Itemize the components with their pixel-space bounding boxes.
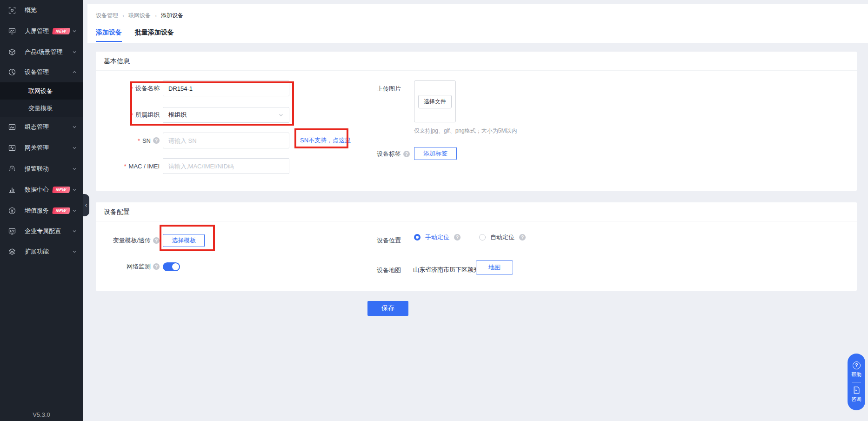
map-button[interactable]: 地图 bbox=[476, 261, 513, 274]
device-tag-label: 设备标签 ? bbox=[377, 150, 410, 158]
sn-input[interactable] bbox=[163, 133, 289, 148]
cube-icon bbox=[8, 48, 16, 56]
breadcrumb-separator: › bbox=[122, 13, 124, 19]
breadcrumb-current: 添加设备 bbox=[161, 12, 183, 20]
sidebar: 概览 大屏管理 NEW 产品/场景管理 设备管理 bbox=[0, 0, 83, 421]
alarm-bell-icon bbox=[8, 165, 16, 173]
help-button[interactable]: ? 帮助 bbox=[851, 361, 861, 378]
manual-location-help-icon[interactable]: ? bbox=[454, 234, 461, 241]
version-label: V5.3.0 bbox=[0, 411, 83, 418]
topbar: 设备管理 › 联网设备 › 添加设备 添加设备 批量添加设备 bbox=[87, 4, 868, 43]
variable-template-help-icon[interactable]: ? bbox=[153, 237, 160, 244]
auto-location-option[interactable]: 自动定位 bbox=[490, 233, 514, 241]
chevron-down-icon bbox=[72, 29, 77, 33]
required-star: * bbox=[138, 137, 140, 144]
question-circle-icon: ? bbox=[853, 361, 861, 369]
sidebar-item-device-mgmt[interactable]: 设备管理 bbox=[0, 62, 83, 82]
chevron-down-icon bbox=[72, 167, 77, 171]
overview-icon bbox=[8, 7, 16, 14]
bar-chart-icon bbox=[8, 186, 16, 194]
app-window: 概览 大屏管理 NEW 产品/场景管理 设备管理 bbox=[0, 0, 868, 421]
manual-location-radio[interactable] bbox=[414, 234, 421, 241]
basic-info-title: 基本信息 bbox=[96, 52, 857, 71]
sidebar-item-enterprise-config[interactable]: 企业专属配置 bbox=[0, 221, 83, 241]
mac-imei-label: * MAC / IMEI bbox=[96, 158, 160, 174]
breadcrumb: 设备管理 › 联网设备 › 添加设备 bbox=[96, 12, 183, 20]
floating-support-widget: ? 帮助 咨询 bbox=[848, 354, 865, 410]
auto-location-help-icon[interactable]: ? bbox=[519, 234, 526, 241]
chevron-down-icon bbox=[72, 50, 77, 54]
upload-hint: 仅支持jpg、gif、png格式；大小为5M以内 bbox=[414, 127, 517, 135]
location-radio-group: 手动定位 ? 自动定位 ? bbox=[414, 233, 526, 241]
required-star: * bbox=[131, 112, 133, 119]
device-tag-help-icon[interactable]: ? bbox=[403, 151, 410, 157]
coin-icon bbox=[8, 207, 16, 214]
chevron-up-icon bbox=[72, 70, 77, 74]
network-monitor-help-icon[interactable]: ? bbox=[153, 263, 160, 270]
sidebar-item-variable-templates[interactable]: 变量模板 bbox=[0, 100, 83, 117]
document-icon bbox=[853, 386, 861, 394]
chevron-down-icon bbox=[278, 112, 284, 118]
sidebar-item-alarm-linkage[interactable]: 报警联动 bbox=[0, 159, 83, 179]
device-map-label: 设备地图 bbox=[377, 266, 401, 274]
choose-file-button[interactable]: 选择文件 bbox=[418, 95, 452, 108]
auto-location-radio[interactable] bbox=[479, 234, 486, 241]
new-badge: NEW bbox=[52, 207, 70, 214]
device-name-input[interactable] bbox=[163, 80, 289, 96]
organization-value: 根组织 bbox=[168, 111, 187, 119]
widget-divider bbox=[852, 382, 861, 382]
required-star: * bbox=[131, 85, 133, 92]
device-config-card: 设备配置 变量模板/透传 ? 选择模板 网络监测 ? 设备位置 手动定位 ? 自… bbox=[96, 202, 857, 291]
chevron-down-icon bbox=[72, 229, 77, 234]
device-name-label: * 设备名称 bbox=[96, 80, 160, 96]
screen-icon bbox=[8, 27, 16, 35]
gateway-icon bbox=[8, 144, 16, 152]
sidebar-item-scada-mgmt[interactable]: 组态管理 bbox=[0, 117, 83, 137]
layers-icon bbox=[8, 248, 16, 255]
breadcrumb-device-mgmt[interactable]: 设备管理 bbox=[96, 12, 118, 20]
basic-info-card: 基本信息 * 设备名称 * 所属组织 根组织 * SN ? SN不支持，点这里 bbox=[96, 52, 857, 191]
device-map-address: 山东省济南市历下区颖秀路 bbox=[413, 263, 486, 277]
sn-not-supported-link[interactable]: SN不支持，点这里 bbox=[300, 133, 351, 148]
device-config-title: 设备配置 bbox=[96, 202, 857, 221]
pie-chart-icon bbox=[8, 68, 16, 76]
chevron-down-icon bbox=[72, 208, 77, 213]
required-star: * bbox=[124, 163, 126, 170]
device-location-label: 设备位置 bbox=[377, 236, 401, 245]
manual-location-option[interactable]: 手动定位 bbox=[425, 233, 449, 241]
sidebar-item-screen-mgmt[interactable]: 大屏管理 NEW bbox=[0, 21, 83, 41]
toggle-knob bbox=[172, 263, 179, 270]
monitor-code-icon bbox=[8, 227, 16, 235]
breadcrumb-networked-devices[interactable]: 联网设备 bbox=[128, 12, 151, 20]
sidebar-item-value-added-services[interactable]: 增值服务 NEW bbox=[0, 200, 83, 221]
device-mgmt-submenu: 联网设备 变量模板 bbox=[0, 82, 83, 117]
upload-image-label: 上传图片 bbox=[377, 85, 401, 93]
save-button[interactable]: 保存 bbox=[367, 301, 408, 316]
tab-add-device[interactable]: 添加设备 bbox=[96, 26, 122, 42]
choose-template-button[interactable]: 选择模板 bbox=[163, 234, 205, 247]
sidebar-item-product-mgmt[interactable]: 产品/场景管理 bbox=[0, 42, 83, 62]
add-tag-button[interactable]: 添加标签 bbox=[414, 147, 457, 160]
chevron-down-icon bbox=[72, 187, 77, 192]
image-icon bbox=[8, 123, 16, 131]
breadcrumb-separator: › bbox=[155, 13, 157, 19]
sidebar-item-extensions[interactable]: 扩展功能 bbox=[0, 241, 83, 262]
chevron-down-icon bbox=[72, 125, 77, 129]
organization-select[interactable]: 根组织 bbox=[163, 107, 289, 123]
tab-batch-add-device[interactable]: 批量添加设备 bbox=[135, 26, 174, 41]
mac-imei-input[interactable] bbox=[163, 158, 289, 174]
sidebar-item-data-center[interactable]: 数据中心 NEW bbox=[0, 180, 83, 200]
sidebar-collapse-handle[interactable]: ‹ bbox=[83, 194, 89, 216]
sn-label: * SN ? bbox=[96, 133, 160, 148]
chevron-down-icon bbox=[72, 249, 77, 254]
chevron-down-icon bbox=[72, 146, 77, 150]
sidebar-item-networked-devices[interactable]: 联网设备 bbox=[0, 82, 83, 100]
sn-help-icon[interactable]: ? bbox=[153, 137, 160, 144]
consult-button[interactable]: 咨询 bbox=[851, 386, 861, 403]
new-badge: NEW bbox=[52, 28, 70, 34]
new-badge: NEW bbox=[52, 187, 70, 193]
sidebar-item-overview[interactable]: 概览 bbox=[0, 0, 83, 20]
upload-dropzone[interactable]: 选择文件 bbox=[414, 80, 456, 122]
sidebar-item-gateway-mgmt[interactable]: 网关管理 bbox=[0, 138, 83, 158]
network-monitor-toggle[interactable] bbox=[163, 262, 180, 271]
